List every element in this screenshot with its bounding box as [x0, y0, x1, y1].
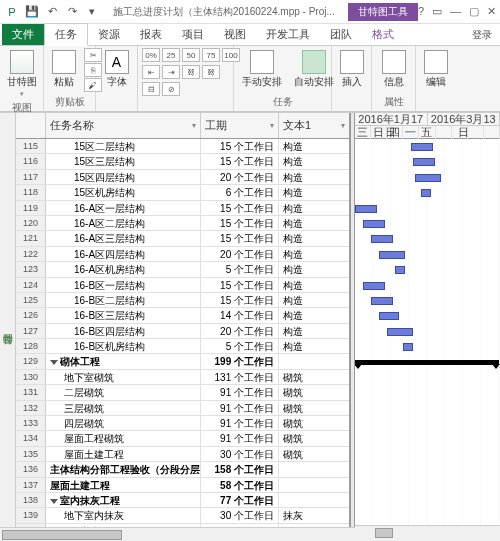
manual-schedule-button[interactable]: 手动安排 — [238, 48, 286, 91]
table-row[interactable]: 12216-A区四层结构20 个工作日构造 — [16, 247, 349, 262]
minimize-icon[interactable]: — — [450, 5, 461, 18]
gantt-bar[interactable] — [379, 312, 399, 320]
gantt-bar[interactable] — [371, 235, 393, 243]
ribbon-toggle-icon[interactable]: ▭ — [432, 5, 442, 18]
table-row[interactable]: 136主体结构分部工程验收（分段分层）158 个工作日 — [16, 462, 349, 477]
table-row[interactable]: 12616-B区三层结构14 个工作日构造 — [16, 308, 349, 323]
insert-icon — [340, 50, 364, 74]
col-taskname[interactable]: 任务名称▾ — [46, 113, 201, 138]
gantt-bar[interactable] — [355, 205, 377, 213]
dropdown-icon: ▾ — [192, 121, 196, 130]
tab-resource[interactable]: 资源 — [88, 24, 130, 45]
gantt-bar[interactable] — [403, 343, 413, 351]
table-row[interactable]: 11515区二层结构15 个工作日构造 — [16, 139, 349, 154]
tab-task[interactable]: 任务 — [44, 23, 88, 46]
table-row[interactable]: 12316-A区机房结构5 个工作日构造 — [16, 262, 349, 277]
context-tool-label: 甘特图工具 — [348, 3, 418, 21]
tab-project[interactable]: 项目 — [172, 24, 214, 45]
auto-schedule-button[interactable]: 自动安排 — [290, 48, 338, 91]
gantt-bar[interactable] — [363, 220, 385, 228]
gantt-icon — [10, 50, 34, 74]
font-button[interactable]: A 字体 — [100, 48, 133, 91]
edit-button[interactable]: 编辑 — [420, 48, 452, 91]
table-row[interactable]: 137屋面土建工程58 个工作日 — [16, 478, 349, 493]
dropdown-icon: ▾ — [341, 121, 345, 130]
indent-button[interactable]: ⇥ — [162, 65, 180, 79]
pct-50[interactable]: 50 — [182, 48, 200, 62]
tab-view[interactable]: 视图 — [214, 24, 256, 45]
manual-icon — [250, 50, 274, 74]
auto-icon — [302, 50, 326, 74]
undo-icon[interactable]: ↶ — [44, 4, 60, 20]
table-row[interactable]: 139地下室内抹灰30 个工作日抹灰 — [16, 508, 349, 523]
window-title: 施工总进度计划（主体结构20160224.mpp - Proj... — [100, 5, 348, 19]
table-row[interactable]: 132三层砌筑91 个工作日砌筑 — [16, 401, 349, 416]
gantt-summary-bar[interactable] — [355, 360, 499, 365]
gantt-bar[interactable] — [363, 282, 385, 290]
view-side-label: 甘特图 — [0, 113, 16, 539]
qat-more-icon[interactable]: ▾ — [84, 4, 100, 20]
gantt-bar[interactable] — [387, 328, 413, 336]
table-row[interactable]: 11815区机房结构6 个工作日构造 — [16, 185, 349, 200]
timescale-date: 2016年3月13日 — [428, 113, 501, 125]
table-row[interactable]: 130地下室砌筑131 个工作日砌筑 — [16, 370, 349, 385]
gantt-bar[interactable] — [371, 297, 393, 305]
tab-team[interactable]: 团队 — [320, 24, 362, 45]
table-row[interactable]: 134屋面工程砌筑91 个工作日砌筑 — [16, 431, 349, 446]
col-duration[interactable]: 工期▾ — [201, 113, 279, 138]
timescale-date: 2016年1月17日 — [355, 113, 428, 125]
tab-format[interactable]: 格式 — [362, 24, 404, 45]
tab-file[interactable]: 文件 — [2, 24, 44, 45]
table-row[interactable]: 12016-A区二层结构15 个工作日构造 — [16, 216, 349, 231]
redo-icon[interactable]: ↷ — [64, 4, 80, 20]
info-button[interactable]: 信息 — [376, 48, 411, 91]
table-row[interactable]: 138室内抹灰工程77 个工作日 — [16, 493, 349, 508]
pct-0[interactable]: 0% — [142, 48, 160, 62]
gantt-bar[interactable] — [413, 158, 435, 166]
table-row[interactable]: 131二层砌筑91 个工作日砌筑 — [16, 385, 349, 400]
col-text1[interactable]: 文本1▾ — [279, 113, 349, 138]
save-icon[interactable]: 💾 — [24, 4, 40, 20]
table-row[interactable]: 11715区四层结构20 个工作日构造 — [16, 170, 349, 185]
font-icon: A — [105, 50, 129, 74]
table-row[interactable]: 12716-B区四层结构20 个工作日构造 — [16, 324, 349, 339]
login-link[interactable]: 登录 — [464, 25, 500, 45]
outdent-button[interactable]: ⇤ — [142, 65, 160, 79]
table-row[interactable]: 12516-B区二层结构15 个工作日构造 — [16, 293, 349, 308]
table-row[interactable]: 11615区三层结构15 个工作日构造 — [16, 154, 349, 169]
inactive-button[interactable]: ⊘ — [162, 82, 180, 96]
dropdown-icon: ▾ — [270, 121, 274, 130]
gantt-view-button[interactable]: 甘特图 ▾ — [4, 48, 39, 100]
gantt-bar[interactable] — [415, 174, 441, 182]
gantt-bar[interactable] — [411, 143, 433, 151]
paste-button[interactable]: 粘贴 — [48, 48, 80, 91]
gantt-bar[interactable] — [421, 189, 431, 197]
insert-button[interactable]: 插入 — [336, 48, 367, 91]
table-row[interactable]: 12816-B区机房结构5 个工作日构造 — [16, 339, 349, 354]
link-button[interactable]: ⛓ — [182, 65, 200, 79]
pct-75[interactable]: 75 — [202, 48, 220, 62]
paste-icon — [52, 50, 76, 74]
help-icon[interactable]: ? — [418, 5, 424, 18]
table-row[interactable]: 12416-B区一层结构15 个工作日构造 — [16, 278, 349, 293]
tab-report[interactable]: 报表 — [130, 24, 172, 45]
edit-icon — [424, 50, 448, 74]
app-icon: P — [4, 4, 20, 20]
close-icon[interactable]: ✕ — [487, 5, 496, 18]
gantt-bar[interactable] — [395, 266, 405, 274]
tab-dev[interactable]: 开发工具 — [256, 24, 320, 45]
table-row[interactable]: 11916-A区一层结构15 个工作日构造 — [16, 201, 349, 216]
unlink-button[interactable]: ⛓̷ — [202, 65, 220, 79]
table-row[interactable]: 12116-A区三层结构15 个工作日构造 — [16, 231, 349, 246]
maximize-icon[interactable]: ▢ — [469, 5, 479, 18]
col-rownum[interactable] — [16, 113, 46, 138]
table-row[interactable]: 133四层砌筑91 个工作日砌筑 — [16, 416, 349, 431]
split-button[interactable]: ⊟ — [142, 82, 160, 96]
gantt-bar[interactable] — [379, 251, 405, 259]
table-row[interactable]: 135屋面土建工程30 个工作日砌筑 — [16, 447, 349, 462]
info-icon — [382, 50, 406, 74]
table-row[interactable]: 129砌体工程199 个工作日 — [16, 354, 349, 369]
gantt-scrollbar[interactable] — [355, 525, 500, 539]
pct-25[interactable]: 25 — [162, 48, 180, 62]
